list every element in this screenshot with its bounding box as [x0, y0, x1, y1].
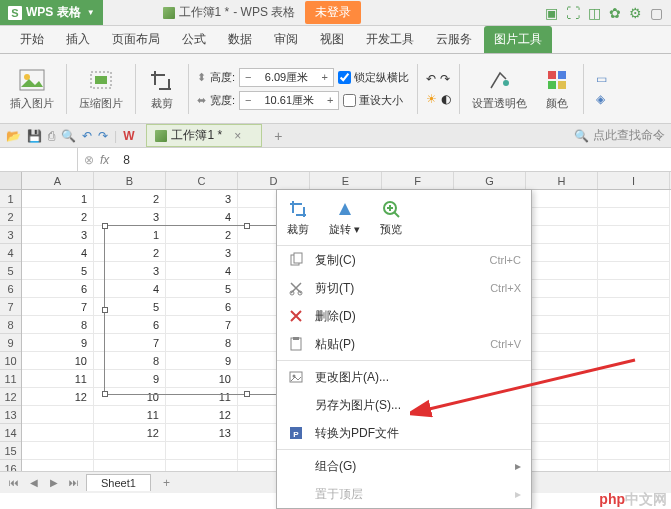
- ctx-crop-button[interactable]: 裁剪: [283, 196, 313, 239]
- context-menu-item[interactable]: 删除(D): [277, 302, 531, 330]
- row-header[interactable]: 10: [0, 352, 21, 370]
- cell[interactable]: [598, 280, 670, 298]
- context-menu-item[interactable]: 另存为图片(S)...: [277, 391, 531, 419]
- cell[interactable]: 4: [22, 244, 94, 262]
- cell[interactable]: [598, 388, 670, 406]
- tab-formula[interactable]: 公式: [172, 26, 216, 53]
- col-header[interactable]: E: [310, 172, 382, 189]
- save-icon[interactable]: 💾: [27, 129, 42, 143]
- reset-size-checkbox[interactable]: [343, 94, 356, 107]
- cell[interactable]: 5: [22, 262, 94, 280]
- cell[interactable]: [526, 226, 598, 244]
- cell[interactable]: [22, 424, 94, 442]
- cell[interactable]: [94, 442, 166, 460]
- fx-label[interactable]: fx: [100, 153, 109, 167]
- settings-icon[interactable]: ⚙: [629, 5, 642, 21]
- tab-dev[interactable]: 开发工具: [356, 26, 424, 53]
- row-header[interactable]: 1: [0, 190, 21, 208]
- compress-picture-button[interactable]: 压缩图片: [75, 66, 127, 111]
- cell[interactable]: 12: [166, 406, 238, 424]
- context-menu-item[interactable]: 更改图片(A)...: [277, 363, 531, 391]
- tab-start[interactable]: 开始: [10, 26, 54, 53]
- crop-button[interactable]: 裁剪: [144, 66, 180, 111]
- cell[interactable]: [526, 244, 598, 262]
- row-header[interactable]: 2: [0, 208, 21, 226]
- cell[interactable]: [22, 442, 94, 460]
- cell[interactable]: [598, 226, 670, 244]
- cell[interactable]: 1: [22, 190, 94, 208]
- row-header[interactable]: 14: [0, 424, 21, 442]
- row-header[interactable]: 3: [0, 226, 21, 244]
- contrast-icon[interactable]: ◐: [441, 92, 451, 106]
- cell[interactable]: 7: [22, 298, 94, 316]
- cell[interactable]: 2: [22, 208, 94, 226]
- brightness-icon[interactable]: ☀: [426, 92, 437, 106]
- print-icon[interactable]: ⎙: [48, 129, 55, 143]
- cell[interactable]: 3: [22, 226, 94, 244]
- wps-icon[interactable]: W: [123, 129, 134, 143]
- cell[interactable]: 9: [22, 334, 94, 352]
- cell[interactable]: [526, 352, 598, 370]
- sheet-nav-last[interactable]: ⏭: [66, 475, 82, 491]
- col-header[interactable]: F: [382, 172, 454, 189]
- col-header[interactable]: A: [22, 172, 94, 189]
- col-header[interactable]: D: [238, 172, 310, 189]
- login-button[interactable]: 未登录: [305, 1, 361, 24]
- cell[interactable]: [526, 442, 598, 460]
- cell[interactable]: 12: [94, 424, 166, 442]
- row-header[interactable]: 12: [0, 388, 21, 406]
- width-input[interactable]: −10.61厘米+: [239, 91, 339, 110]
- picture-effect-icon[interactable]: ◈: [596, 92, 607, 106]
- sheet-nav-first[interactable]: ⏮: [6, 475, 22, 491]
- tab-insert[interactable]: 插入: [56, 26, 100, 53]
- cell[interactable]: [598, 406, 670, 424]
- window-icon-2[interactable]: ⛶: [566, 5, 580, 21]
- sheet-tab[interactable]: Sheet1: [86, 474, 151, 491]
- cell[interactable]: [526, 388, 598, 406]
- app-logo[interactable]: S WPS 表格 ▼: [0, 0, 103, 25]
- row-header[interactable]: 7: [0, 298, 21, 316]
- row-header[interactable]: 15: [0, 442, 21, 460]
- col-header[interactable]: B: [94, 172, 166, 189]
- row-header[interactable]: 9: [0, 334, 21, 352]
- context-menu-item[interactable]: 剪切(T)Ctrl+X: [277, 274, 531, 302]
- tab-picture-tools[interactable]: 图片工具: [484, 26, 552, 53]
- window-icon-1[interactable]: ▣: [545, 5, 558, 21]
- col-header[interactable]: I: [598, 172, 670, 189]
- cell[interactable]: [166, 442, 238, 460]
- cell[interactable]: [598, 316, 670, 334]
- cell[interactable]: [598, 190, 670, 208]
- cell[interactable]: [526, 424, 598, 442]
- cell[interactable]: [526, 208, 598, 226]
- cell[interactable]: 2: [94, 190, 166, 208]
- cell[interactable]: 8: [22, 316, 94, 334]
- cell[interactable]: 12: [22, 388, 94, 406]
- insert-picture-button[interactable]: 插入图片: [6, 66, 58, 111]
- close-tab-icon[interactable]: ×: [234, 129, 241, 143]
- cell[interactable]: [526, 334, 598, 352]
- tab-layout[interactable]: 页面布局: [102, 26, 170, 53]
- fx-cancel-icon[interactable]: ⊗: [84, 153, 94, 167]
- ctx-rotate-button[interactable]: 旋转 ▾: [325, 196, 364, 239]
- cell[interactable]: 3: [166, 190, 238, 208]
- window-icon-3[interactable]: ◫: [588, 5, 601, 21]
- sheet-nav-prev[interactable]: ◀: [26, 475, 42, 491]
- cell[interactable]: [526, 316, 598, 334]
- cell[interactable]: [526, 280, 598, 298]
- cell[interactable]: [598, 262, 670, 280]
- window-maximize-icon[interactable]: ▢: [650, 5, 663, 21]
- context-menu-item[interactable]: 复制(C)Ctrl+C: [277, 246, 531, 274]
- tab-data[interactable]: 数据: [218, 26, 262, 53]
- height-input[interactable]: −6.09厘米+: [239, 68, 334, 87]
- context-menu-item[interactable]: P转换为PDF文件: [277, 419, 531, 447]
- cell[interactable]: 6: [22, 280, 94, 298]
- add-sheet-button[interactable]: +: [155, 474, 178, 492]
- col-header[interactable]: H: [526, 172, 598, 189]
- print-preview-icon[interactable]: 🔍: [61, 129, 76, 143]
- cell[interactable]: [598, 334, 670, 352]
- row-header[interactable]: 4: [0, 244, 21, 262]
- redo-icon[interactable]: ↷: [98, 129, 108, 143]
- cell[interactable]: [526, 406, 598, 424]
- cell[interactable]: 11: [22, 370, 94, 388]
- color-button[interactable]: 颜色: [539, 66, 575, 111]
